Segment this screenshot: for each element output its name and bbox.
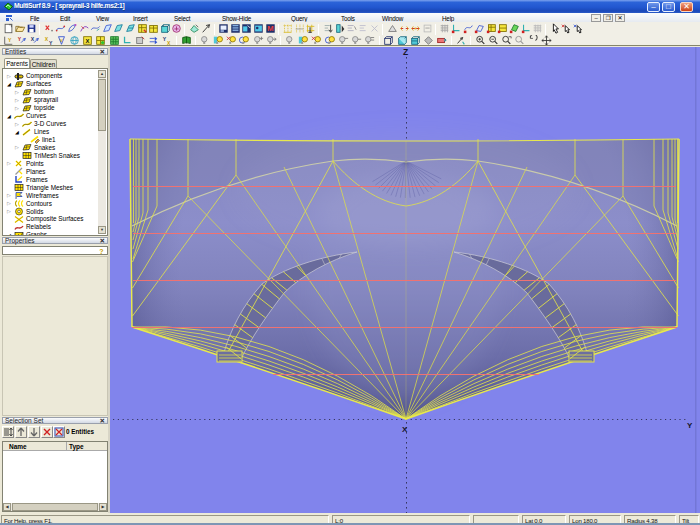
svg-text:X: X [402, 425, 408, 434]
svg-text:M: M [267, 24, 273, 33]
svg-text:X: X [86, 38, 90, 44]
svg-text:V: V [60, 38, 63, 43]
svg-text:Y: Y [18, 36, 22, 42]
svg-text:X: X [167, 40, 171, 46]
svg-text:?: ? [99, 248, 103, 255]
svg-text:Y: Y [687, 421, 693, 430]
svg-text:Z: Z [403, 47, 408, 57]
svg-text:Y: Y [8, 37, 12, 43]
svg-text:Y: Y [49, 40, 53, 46]
svg-text:X: X [31, 36, 35, 42]
